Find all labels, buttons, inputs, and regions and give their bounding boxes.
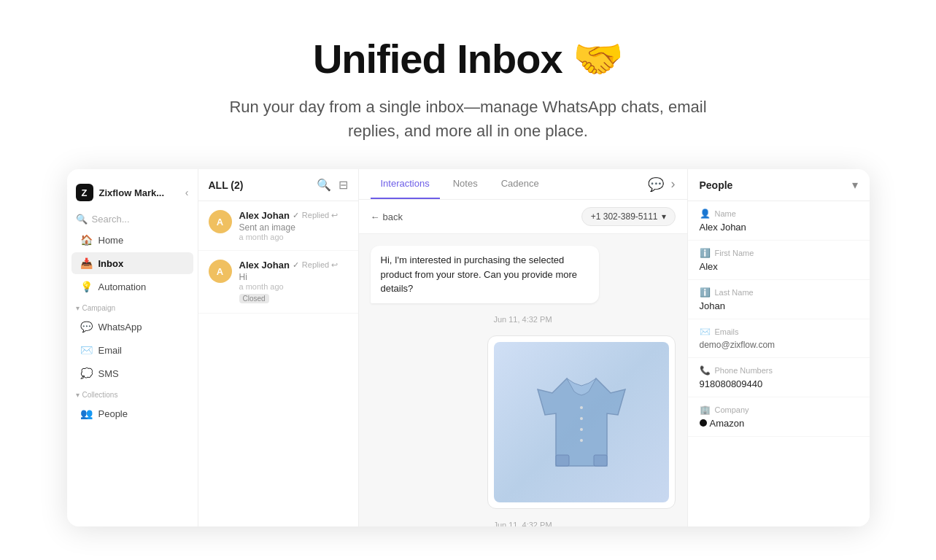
hero-subtitle: Run your day from a single inbox—manage … xyxy=(213,95,724,143)
home-icon: 🏠 xyxy=(80,234,93,246)
sidebar-item-people[interactable]: 👥 People xyxy=(71,402,193,424)
field-phone-value: 918080809440 xyxy=(700,378,858,389)
svg-rect-5 xyxy=(594,455,607,466)
right-panel-title: People xyxy=(700,179,733,191)
field-first-name-text: First Name xyxy=(715,249,754,257)
sidebar-collapse-icon[interactable]: ‹ xyxy=(185,187,189,198)
sidebar-item-email[interactable]: ✉️ Email xyxy=(71,339,193,361)
sidebar-item-whatsapp[interactable]: 💬 WhatsApp xyxy=(71,316,193,338)
hero-title: Unified Inbox 🤝 xyxy=(15,35,921,83)
sidebar-item-automation[interactable]: 💡 Automation xyxy=(71,276,193,298)
expand-icon[interactable]: › xyxy=(671,176,676,192)
field-company-text: Company xyxy=(715,405,749,414)
conversation-list: ALL (2) 🔍 ⊟ A Alex Johan ✓ Replied ↩ Sen… xyxy=(198,169,359,526)
sidebar-label-sms: SMS xyxy=(98,368,119,379)
closed-badge: Closed xyxy=(239,294,269,303)
app-body: Z Zixflow Mark... ‹ 🔍 Search... 🏠 Home 📥… xyxy=(67,169,870,526)
avatar-2: A xyxy=(209,260,232,283)
collections-section-label: ▾ Collections xyxy=(67,385,198,402)
collections-label: Collections xyxy=(82,391,118,399)
field-emails-text: Emails xyxy=(715,327,739,336)
right-panel: People ▾ 👤 Name Alex Johan ℹ️ First Name… xyxy=(687,169,870,526)
tab-cadence[interactable]: Cadence xyxy=(491,169,549,199)
automation-icon: 💡 xyxy=(80,281,93,292)
company-field-icon: 🏢 xyxy=(700,405,711,415)
avatar-1: A xyxy=(209,210,232,233)
field-last-name-label: ℹ️ Last Name xyxy=(700,287,858,298)
field-emails-label: ✉️ Emails xyxy=(700,327,858,337)
field-first-name-value: Alex xyxy=(700,261,858,272)
conv-item-1[interactable]: A Alex Johan ✓ Replied ↩ Sent an image a… xyxy=(198,201,358,251)
svg-point-3 xyxy=(580,439,583,442)
sidebar-label-email: Email xyxy=(98,345,123,356)
verified-icon-1: ✓ xyxy=(293,211,299,220)
back-arrow-icon: ← xyxy=(371,211,380,222)
whatsapp-icon: 💬 xyxy=(80,321,93,332)
chevron-down-icon-2: ▾ xyxy=(76,391,80,399)
conv-header-icons: 🔍 ⊟ xyxy=(317,178,348,192)
conv-preview-2: Hi xyxy=(239,272,348,282)
whatsapp-tab-icon[interactable]: 💬 xyxy=(648,176,664,192)
phone-number: +1 302-389-5111 xyxy=(591,211,658,222)
inbox-icon: 📥 xyxy=(80,257,93,269)
email-icon: ✉️ xyxy=(80,344,93,356)
sidebar-item-inbox[interactable]: 📥 Inbox xyxy=(71,252,193,274)
conv-name-row-1: Alex Johan ✓ Replied ↩ xyxy=(239,210,348,221)
svg-point-2 xyxy=(580,428,583,431)
app-window: Z Zixflow Mark... ‹ 🔍 Search... 🏠 Home 📥… xyxy=(67,169,870,526)
phone-badge[interactable]: +1 302-389-5111 ▾ xyxy=(581,207,676,226)
msg-time-1: Jun 11, 4:32 PM xyxy=(371,315,676,324)
msg-time-2: Jun 11, 4:32 PM xyxy=(371,521,676,527)
replied-label-1: Replied ↩ xyxy=(302,211,338,220)
search-label: Search... xyxy=(92,214,130,225)
sidebar-search[interactable]: 🔍 Search... xyxy=(67,210,198,228)
conv-name-row-2: Alex Johan ✓ Replied ↩ xyxy=(239,260,348,271)
conv-info-2: Alex Johan ✓ Replied ↩ Hi a month ago Cl… xyxy=(239,260,348,304)
conv-time-1: a month ago xyxy=(239,233,348,241)
field-name: 👤 Name Alex Johan xyxy=(688,201,870,241)
sidebar-logo: Z Zixflow Mark... ‹ xyxy=(67,178,198,210)
filter-icon[interactable]: ⊟ xyxy=(339,178,348,192)
field-last-name: ℹ️ Last Name Johan xyxy=(688,280,870,319)
people-icon: 👥 xyxy=(80,408,93,419)
sidebar-label-home: Home xyxy=(98,235,124,246)
conv-item-2[interactable]: A Alex Johan ✓ Replied ↩ Hi a month ago … xyxy=(198,251,358,314)
chat-messages: Hi, I'm interested in purchasing the sel… xyxy=(359,234,687,526)
right-panel-toggle-icon[interactable]: ▾ xyxy=(852,178,858,192)
campaign-label: Campaign xyxy=(82,304,116,312)
field-name-label: 👤 Name xyxy=(700,209,858,219)
emails-field-icon: ✉️ xyxy=(700,327,711,337)
conv-name-2: Alex Johan xyxy=(239,260,290,271)
field-emails: ✉️ Emails demo@zixflow.com xyxy=(688,319,870,358)
chat-tabs: Interactions Notes Cadence 💬 › xyxy=(359,169,687,200)
right-panel-header: People ▾ xyxy=(688,169,870,201)
company-dot xyxy=(700,419,707,427)
chat-area: Interactions Notes Cadence 💬 › ← back +1… xyxy=(359,169,687,526)
sidebar-label-whatsapp: WhatsApp xyxy=(98,322,142,332)
message-1: Hi, I'm interested in purchasing the sel… xyxy=(371,246,600,303)
sidebar-label-inbox: Inbox xyxy=(98,258,124,269)
back-button[interactable]: ← back xyxy=(371,211,403,222)
brand-name: Zixflow Mark... xyxy=(99,187,165,198)
sidebar-label-people: People xyxy=(98,408,128,419)
field-phone: 📞 Phone Numbers 918080809440 xyxy=(688,358,870,397)
chevron-down-phone-icon: ▾ xyxy=(662,211,666,222)
field-emails-value: demo@zixflow.com xyxy=(700,340,858,350)
sidebar-item-sms[interactable]: 💭 SMS xyxy=(71,362,193,384)
verified-icon-2: ✓ xyxy=(293,260,299,270)
sidebar-item-home[interactable]: 🏠 Home xyxy=(71,229,193,251)
name-field-icon: 👤 xyxy=(700,209,711,219)
chat-tabs-right: 💬 › xyxy=(648,176,676,192)
conv-count: ALL (2) xyxy=(209,179,244,191)
field-last-name-value: Johan xyxy=(700,300,858,311)
sms-icon: 💭 xyxy=(80,368,93,379)
conv-list-header: ALL (2) 🔍 ⊟ xyxy=(198,169,358,201)
tab-interactions[interactable]: Interactions xyxy=(371,169,440,199)
search-conv-icon[interactable]: 🔍 xyxy=(317,178,331,192)
field-phone-label: 📞 Phone Numbers xyxy=(700,365,858,376)
sidebar-label-automation: Automation xyxy=(98,281,147,292)
conv-time-2: a month ago xyxy=(239,282,348,291)
field-name-value: Alex Johan xyxy=(700,222,858,233)
tab-notes[interactable]: Notes xyxy=(443,169,488,199)
sidebar: Z Zixflow Mark... ‹ 🔍 Search... 🏠 Home 📥… xyxy=(67,169,198,526)
